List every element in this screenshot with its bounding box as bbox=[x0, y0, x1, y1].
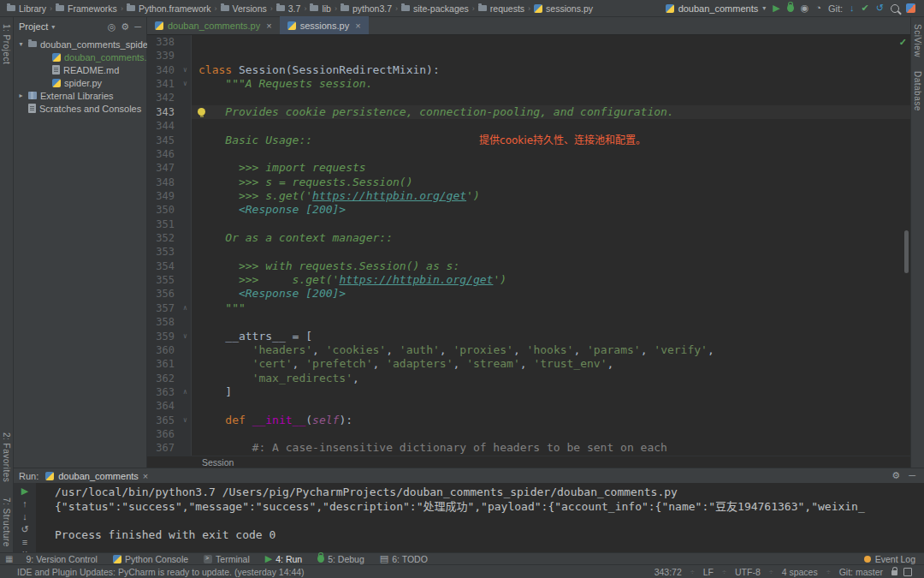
tool-window-button-python-console[interactable]: Python Console bbox=[105, 553, 196, 565]
code-line[interactable]: 359∨ __attrs__ = [ bbox=[147, 330, 910, 343]
tool-window-switcher-icon[interactable]: ▦ bbox=[0, 554, 18, 563]
fold-marker-icon[interactable]: ∧ bbox=[180, 301, 192, 315]
run-tab[interactable]: douban_comments × bbox=[45, 471, 148, 481]
tool-stripe-button-7-structure[interactable]: 7: Structure bbox=[2, 498, 11, 547]
update-notification-icon[interactable] bbox=[906, 3, 915, 13]
code-line[interactable]: 364 bbox=[147, 399, 910, 413]
code-line[interactable]: 351 bbox=[147, 217, 910, 231]
breadcrumb-item[interactable]: Library bbox=[5, 3, 48, 14]
tool-stripe-button-database[interactable]: Database bbox=[913, 71, 922, 111]
code-line[interactable]: 340∨class Session(SessionRedirectMixin): bbox=[147, 63, 910, 77]
code-line[interactable]: 345 Basic Usage::提供cookie持久性、连接池和配置。 bbox=[147, 134, 910, 147]
event-log-button[interactable]: Event Log bbox=[864, 554, 924, 564]
breadcrumb-item[interactable]: lib bbox=[308, 3, 333, 14]
tool-window-button-terminal[interactable]: Terminal bbox=[196, 553, 258, 565]
code-line[interactable]: 363∧ ] bbox=[147, 385, 910, 399]
code-line[interactable]: 346 bbox=[147, 147, 910, 161]
intention-bulb-icon[interactable] bbox=[198, 108, 205, 116]
code-line[interactable]: 365∨ def __init__(self): bbox=[147, 414, 910, 427]
breadcrumb-item[interactable]: Frameworks bbox=[54, 3, 119, 14]
settings-gear-icon[interactable]: ⚙ bbox=[891, 471, 900, 480]
scroll-down-icon[interactable]: ↓ bbox=[22, 512, 27, 521]
fold-marker-icon[interactable]: ∧ bbox=[180, 385, 192, 399]
breadcrumb-item[interactable]: python3.7 bbox=[339, 3, 394, 14]
breadcrumb-item[interactable]: sessions.py bbox=[532, 3, 595, 14]
project-tree-item[interactable]: ▸External Libraries bbox=[14, 89, 146, 102]
code-line[interactable]: 356 <Response [200]> bbox=[147, 287, 910, 301]
breadcrumb-item[interactable]: Python.framework bbox=[125, 3, 213, 14]
code-line[interactable]: 342 bbox=[147, 91, 910, 104]
rerun-icon[interactable]: ▶ bbox=[21, 486, 28, 496]
code-line[interactable]: 341∨ """A Requests session. bbox=[147, 77, 910, 91]
lock-icon[interactable] bbox=[891, 570, 897, 575]
code-line[interactable]: 361 'cert', 'prefetch', 'adapters', 'str… bbox=[147, 357, 910, 371]
project-tree-item[interactable]: douban_comments.py bbox=[14, 51, 146, 63]
inspections-ok-icon[interactable]: ✓ bbox=[899, 37, 907, 48]
tool-stripe-button-2-favorites[interactable]: 2: Favorites bbox=[2, 432, 11, 482]
soft-wrap-icon[interactable]: ≡ bbox=[22, 538, 27, 547]
hide-panel-icon[interactable]: ─ bbox=[134, 22, 141, 32]
status-widget-lf[interactable]: LF bbox=[701, 567, 716, 577]
code-line[interactable]: 353 bbox=[147, 245, 910, 259]
code-line[interactable]: 354 >>> with requests.Session() as s: bbox=[147, 259, 910, 273]
locate-file-icon[interactable]: ◎ bbox=[108, 22, 116, 32]
code-line[interactable]: 339 bbox=[147, 49, 910, 63]
hide-panel-icon[interactable]: ─ bbox=[909, 471, 915, 480]
code-line[interactable]: 348 >>> s = requests.Session() bbox=[147, 176, 910, 189]
code-line[interactable]: 357∧ """ bbox=[147, 301, 910, 315]
settings-gear-icon[interactable]: ⚙ bbox=[121, 22, 129, 32]
code-line[interactable]: 347 >>> import requests bbox=[147, 161, 910, 175]
status-widget-git-master[interactable]: Git: master bbox=[837, 567, 886, 577]
code-line[interactable]: 350 <Response [200]> bbox=[147, 203, 910, 217]
tool-stripe-button-1-project[interactable]: 1: Project bbox=[2, 24, 11, 64]
code-line[interactable]: 344 bbox=[147, 119, 910, 133]
run-icon[interactable]: ▶ bbox=[773, 3, 779, 13]
code-line[interactable]: 343 Provides cookie persistence, connect… bbox=[147, 105, 910, 119]
code-line[interactable]: 360 'headers', 'cookies', 'auth', 'proxi… bbox=[147, 343, 910, 357]
git-update-icon[interactable]: ↓ bbox=[850, 3, 855, 13]
restore-layout-icon[interactable]: ↺ bbox=[21, 525, 28, 534]
project-tree-item[interactable]: README.md bbox=[14, 63, 146, 76]
fold-marker-icon[interactable]: ∨ bbox=[180, 63, 192, 77]
profiler-icon[interactable]: ◔ bbox=[815, 3, 821, 13]
code-line[interactable]: 358 bbox=[147, 315, 910, 329]
tool-window-button-6-todo[interactable]: ▤6: TODO bbox=[372, 553, 435, 565]
editor-breadcrumb[interactable]: Session bbox=[202, 457, 234, 468]
git-commit-icon[interactable]: ✔ bbox=[862, 3, 869, 13]
code-line[interactable]: 366 bbox=[147, 427, 910, 441]
tool-window-button-5-debug[interactable]: 5: Debug bbox=[310, 553, 372, 565]
close-icon[interactable]: × bbox=[266, 21, 271, 31]
editor[interactable]: 338339340∨class Session(SessionRedirectM… bbox=[147, 35, 910, 456]
indicator-icon[interactable] bbox=[903, 568, 912, 576]
project-tree-item[interactable]: spider.py bbox=[14, 76, 146, 89]
code-line[interactable]: 362 'max_redirects', bbox=[147, 372, 910, 385]
status-message[interactable]: IDE and Plugin Updates: PyCharm is ready… bbox=[0, 567, 305, 577]
status-widget-343-72[interactable]: 343:72 bbox=[652, 567, 684, 577]
close-icon[interactable]: × bbox=[355, 21, 360, 31]
fold-marker-icon[interactable]: ∨ bbox=[180, 414, 192, 427]
code-line[interactable]: 349 >>> s.get('https://httpbin.org/get') bbox=[147, 189, 910, 203]
tool-window-button-9-version-control[interactable]: 9: Version Control bbox=[18, 553, 104, 565]
run-console[interactable]: /usr/local/bin/python3.7 /Users/pig/Pych… bbox=[36, 483, 924, 552]
git-rollback-icon[interactable]: ↺ bbox=[876, 3, 884, 13]
close-icon[interactable]: × bbox=[143, 471, 148, 481]
scroll-up-icon[interactable]: ↑ bbox=[22, 499, 27, 509]
code-line[interactable]: 355 >>> s.get('https://httpbin.org/get') bbox=[147, 273, 910, 287]
fold-marker-icon[interactable]: ∨ bbox=[180, 77, 192, 91]
breadcrumb-item[interactable]: site-packages bbox=[400, 3, 471, 14]
coverage-icon[interactable]: ◉ bbox=[801, 3, 809, 13]
debug-icon[interactable] bbox=[787, 4, 794, 12]
status-widget-4-spaces[interactable]: 4 spaces bbox=[779, 567, 820, 577]
code-line[interactable]: 352 Or as a context manager:: bbox=[147, 231, 910, 245]
code-line[interactable]: 367 #: A case-insensitive dictionary of … bbox=[147, 441, 910, 455]
tool-stripe-button-sciview[interactable]: SciView bbox=[913, 24, 922, 57]
project-tree-item[interactable]: Scratches and Consoles bbox=[14, 102, 146, 115]
code-line[interactable]: 338 bbox=[147, 35, 910, 49]
project-panel-header[interactable]: Project ▾ ◎⚙─ bbox=[14, 17, 146, 36]
breadcrumb-item[interactable]: 3.7 bbox=[275, 3, 303, 14]
editor-tab[interactable]: douban_comments.py× bbox=[147, 16, 280, 34]
fold-marker-icon[interactable]: ∨ bbox=[180, 330, 192, 343]
editor-tab[interactable]: sessions.py× bbox=[280, 16, 369, 34]
breadcrumb-item[interactable]: requests bbox=[477, 3, 526, 14]
run-configuration-select[interactable]: douban_comments ▾ bbox=[666, 3, 767, 14]
